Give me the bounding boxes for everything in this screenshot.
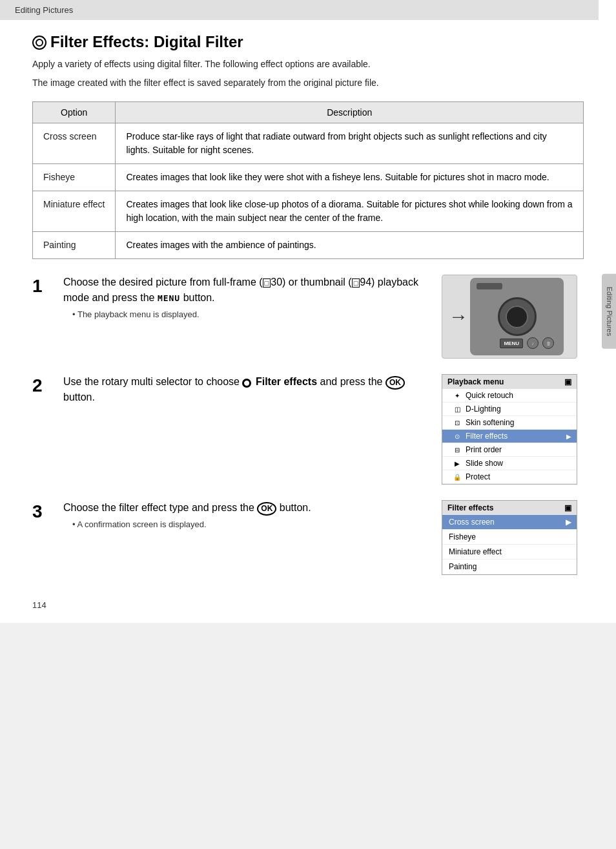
filter-item-label: Cross screen <box>449 518 495 527</box>
header-bar: Editing Pictures <box>0 0 599 20</box>
intro-line2: The image created with the filter effect… <box>32 76 584 90</box>
table-row: Cross screenProduce star-like rays of li… <box>33 123 584 164</box>
filter-menu-item: Cross screen▶ <box>442 515 577 530</box>
playback-menu-item: ⊟Print order <box>442 443 577 457</box>
page: Editing Pictures Editing Pictures Filter… <box>0 0 616 623</box>
menu-item-label: Quick retouch <box>466 391 513 400</box>
menu-button-icon: MENU <box>500 339 523 348</box>
camera-circle-btn2: 🗑 <box>542 337 554 349</box>
playback-menu-item: ◫D-Lighting <box>442 403 577 416</box>
playback-menu-icon: ▣ <box>564 377 571 386</box>
content-area: Filter Effects: Digital Filter Apply a v… <box>0 33 616 623</box>
menu-item-label: Print order <box>466 445 502 454</box>
filter-item-arrow: ▶ <box>566 518 571 527</box>
step-1-content: Choose the desired picture from full-fra… <box>63 275 426 319</box>
table-row: FisheyeCreates images that look like the… <box>33 164 584 191</box>
step-1-image: → MENU ♪ 🗑 <box>442 275 584 359</box>
menu-item-icon: ✦ <box>453 391 462 400</box>
title-text: Filter Effects: Digital Filter <box>50 33 243 51</box>
sidebar-label: Editing Pictures <box>606 287 613 336</box>
option-name-cell: Miniature effect <box>33 191 116 232</box>
filter-inline-icon <box>242 379 251 388</box>
filter-effects-screenshot: Filter effects ▣ Cross screen▶FisheyeMin… <box>442 500 577 575</box>
menu-item-icon: ◫ <box>453 404 462 414</box>
camera-lens <box>498 297 537 336</box>
step-3-content: Choose the filter effect type and press … <box>63 500 426 529</box>
step-3-number: 3 <box>32 501 48 522</box>
option-desc-cell: Creates images that look like they were … <box>116 164 584 191</box>
camera-lens-inner <box>506 306 528 328</box>
step-3-text: Choose the filter effect type and press … <box>63 500 426 516</box>
step-2-row: 2 Use the rotary multi selector to choos… <box>32 374 584 485</box>
camera-circle-btn1: ♪ <box>527 337 539 349</box>
step-1-text: Choose the desired picture from full-fra… <box>63 275 426 306</box>
header-label: Editing Pictures <box>15 5 73 15</box>
option-desc-cell: Creates images with the ambience of pain… <box>116 232 584 259</box>
step-1-row: 1 Choose the desired picture from full-f… <box>32 275 584 359</box>
menu-item-icon: ⊡ <box>453 418 462 427</box>
step-2-content: Use the rotary multi selector to choose … <box>63 374 426 409</box>
options-table: Option Description Cross screenProduce s… <box>32 101 584 259</box>
menu-item-icon: 🔒 <box>453 472 462 481</box>
steps-section: 1 Choose the desired picture from full-f… <box>32 275 584 575</box>
menu-item-label: Protect <box>466 472 490 481</box>
menu-item-label: Slide show <box>466 459 503 468</box>
filter-effects-header-icon: ▣ <box>564 503 571 512</box>
playback-menu-item: 🔒Protect <box>442 470 577 484</box>
filter-menu-item: Miniature effect <box>442 545 577 560</box>
step-3-image: Filter effects ▣ Cross screen▶FisheyeMin… <box>442 500 584 575</box>
playback-menu-item: ▶Slide show <box>442 457 577 470</box>
step-2-number: 2 <box>32 375 48 396</box>
filter-effects-bold: Filter effects <box>256 376 317 387</box>
page-number: 114 <box>32 600 46 610</box>
filter-menu-item: Fisheye <box>442 530 577 545</box>
filter-effects-icon <box>32 36 46 50</box>
menu-item-label: Skin softening <box>466 418 514 427</box>
filter-item-label: Miniature effect <box>449 547 502 556</box>
option-name-cell: Painting <box>33 232 116 259</box>
step-3-row: 3 Choose the filter effect type and pres… <box>32 500 584 575</box>
filter-menu-item: Painting <box>442 560 577 574</box>
step-2-image: Playback menu ▣ ✦Quick retouch◫D-Lightin… <box>442 374 584 485</box>
table-row: Miniature effectCreates images that look… <box>33 191 584 232</box>
option-name-cell: Cross screen <box>33 123 116 164</box>
menu-item-icon: ⊙ <box>453 432 462 441</box>
option-name-cell: Fisheye <box>33 164 116 191</box>
menu-label: MENU <box>158 293 180 303</box>
filter-item-label: Fisheye <box>449 532 476 541</box>
step-2-text: Use the rotary multi selector to choose … <box>63 374 426 405</box>
menu-item-icon: ⊟ <box>453 445 462 454</box>
menu-item-label: Filter effects <box>466 432 508 441</box>
step-3-sub: A confirmation screen is displayed. <box>72 519 426 529</box>
camera-buttons: MENU ♪ 🗑 <box>500 337 554 349</box>
filter-item-label: Painting <box>449 562 477 571</box>
menu-item-icon: ▶ <box>453 459 462 468</box>
filter-effects-header: Filter effects ▣ <box>442 501 577 515</box>
camera-body: MENU ♪ 🗑 <box>470 278 564 355</box>
playback-menu-item: ⊡Skin softening <box>442 416 577 430</box>
playback-menu-items: ✦Quick retouch◫D-Lighting⊡Skin softening… <box>442 389 577 484</box>
page-title: Filter Effects: Digital Filter <box>32 33 584 51</box>
playback-menu-title: Playback menu <box>447 377 504 386</box>
intro-line1: Apply a variety of effects using digital… <box>32 58 584 71</box>
playback-menu-item: ⊙Filter effects▶ <box>442 430 577 443</box>
step-1-number: 1 <box>32 276 48 297</box>
menu-item-arrow: ▶ <box>566 433 571 440</box>
ok-button-label: OK <box>385 376 405 390</box>
step-1-sub: The playback menu is displayed. <box>72 309 426 319</box>
sidebar-tab: Editing Pictures <box>602 274 616 349</box>
playback-menu-screenshot: Playback menu ▣ ✦Quick retouch◫D-Lightin… <box>442 374 577 485</box>
playback-menu-item: ✦Quick retouch <box>442 389 577 403</box>
option-desc-cell: Produce star-like rays of light that rad… <box>116 123 584 164</box>
filter-effects-title: Filter effects <box>447 503 493 512</box>
option-desc-cell: Creates images that look like close-up p… <box>116 191 584 232</box>
col-option: Option <box>33 102 116 123</box>
filter-menu-items: Cross screen▶FisheyeMiniature effectPain… <box>442 515 577 574</box>
table-row: PaintingCreates images with the ambience… <box>33 232 584 259</box>
menu-item-label: D-Lighting <box>466 404 501 414</box>
ok-button-label-2: OK <box>257 502 276 516</box>
arrow-icon: → <box>449 306 468 328</box>
playback-menu-header: Playback menu ▣ <box>442 375 577 389</box>
col-description: Description <box>116 102 584 123</box>
